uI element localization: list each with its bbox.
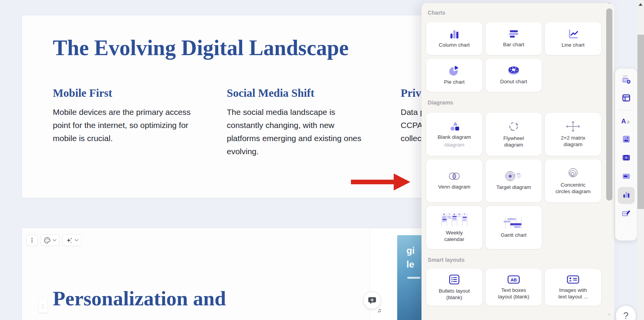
insert-option-text-boxes-layout-blank[interactable]: ABText boxes layout (blank) [486,269,542,306]
svg-text:W: W [453,213,455,215]
panel-scroll-up[interactable]: ⌃ [606,2,612,7]
column-body: Mobile devices are the primary accesspoi… [53,106,212,145]
svg-text:X%: X% [517,173,521,175]
bullets-layout-icon [448,274,460,285]
card-label: 2×2 matrix diagram [561,135,585,148]
column-heading: Mobile First [53,87,212,99]
text-button[interactable]: Aa [618,113,635,130]
chart-button[interactable] [618,187,635,204]
panel-scrollbar-thumb[interactable] [606,8,612,200]
insert-option-column-chart[interactable]: Column chart [426,22,482,55]
card-label: Gantt chart [501,232,527,239]
image-text-fragment: le [397,258,424,271]
block-menu-button[interactable] [26,234,38,246]
insert-toolbar: Aa [615,69,637,241]
image-button[interactable] [618,131,635,148]
panel-card-grid: Blank diagram/diagramFlywheel diagram2×2… [426,113,601,249]
draw-icon [621,209,631,219]
panel-card-grid: Bullets layout (blank)ABText boxes layou… [426,269,601,306]
card-label: Bar chart [503,42,524,48]
images-text-layout-icon [566,275,580,285]
red-arrow-annotation [350,173,411,192]
doc-column: Mobile FirstMobile devices are the prima… [53,87,212,145]
window-scrollbar[interactable] [637,0,644,320]
add-card-button[interactable] [618,72,635,89]
svg-text:M: M [443,213,445,215]
window-scrollbar-thumb[interactable] [637,35,644,209]
doc-column: Social Media ShiftThe social media lands… [227,87,386,158]
palette-icon [44,237,51,244]
draw-button[interactable] [618,205,635,222]
landscape-image: gile [397,235,424,320]
card-label: Concentric circles diagram [556,182,591,195]
block-toolbar [26,234,82,246]
card-sublabel: /diagram [444,142,465,148]
help-button[interactable]: ? [616,306,636,320]
insert-option-bullets-layout-blank[interactable]: Bullets layout (blank) [426,269,482,306]
column-heading: Social Media Shift [227,87,386,99]
video-button[interactable] [618,150,635,167]
chevron-down-icon [52,239,57,242]
embed-icon [622,172,631,182]
image-caption-fragment [407,277,420,279]
insert-panel: ChartsColumn chartBar chartLine chartPie… [421,3,614,320]
card-label: Target diagram [496,184,531,191]
column-body: The social media landscape isconstantly … [227,106,386,158]
panel-section-header: Smart layouts [428,257,465,263]
insert-option-gantt-chart[interactable]: Gantt chart [486,206,542,249]
panel-section-header: Charts [428,10,445,16]
add-comment-button[interactable] [363,291,381,309]
target-diagram-icon: X% [505,171,523,182]
text-style-icon: Aa [620,116,632,127]
insert-option-bar-chart[interactable]: Bar chart [486,22,542,55]
insert-option-line-chart[interactable]: Line chart [545,22,601,55]
text-boxes-layout-icon: AB [507,275,521,285]
blank-diagram-icon [448,121,460,131]
drag-handle[interactable]: ⋮ [39,300,47,313]
insert-option-blank-diagram[interactable]: Blank diagram/diagram [426,113,482,156]
insert-option-concentric-circles-diagram[interactable]: Concentric circles diagram [545,159,601,202]
svg-text:Th: Th [458,213,460,215]
card-label: Venn diagram [438,184,470,190]
help-label: ? [623,310,628,320]
svg-text:AB: AB [511,277,517,282]
embed-button[interactable] [618,168,635,185]
concentric-circles-icon [567,167,579,179]
ai-edit-button[interactable] [62,234,82,246]
music-note-icon: ♫ [377,307,381,313]
document-card-1[interactable]: The Evolving Digital Landscape Mobile Fi… [22,15,424,198]
venn-diagram-icon [447,171,461,181]
page-title: The Evolving Digital Landscape [53,35,349,60]
image-icon [622,135,631,145]
insert-option-flywheel-diagram[interactable]: Flywheel diagram [486,113,542,156]
pie-chart-icon [448,65,460,76]
insert-option-weekly-calendar[interactable]: MTWThF Weekly calendar [426,206,482,249]
sparkles-icon [66,237,73,244]
panel-card-grid: Column chartBar chartLine chartPie chart… [426,22,601,92]
panel-scroll-down[interactable]: ⌄ [606,311,612,316]
card-label: Weekly calendar [444,230,464,243]
chevron-down-icon [74,239,79,242]
gantt-chart-icon [502,216,526,229]
document-card-2[interactable]: ⋮ Personalization and [22,228,424,320]
svg-text:A: A [621,118,626,125]
insert-option-venn-diagram[interactable]: Venn diagram [426,159,482,202]
card-label: Line chart [561,42,584,49]
svg-text:a: a [627,119,630,125]
insert-option-2-2-matrix-diagram[interactable]: 2×2 matrix diagram [545,113,601,156]
theme-color-button[interactable] [40,234,60,246]
card-label: Bullets layout (blank) [439,288,470,301]
insert-option-target-diagram[interactable]: X%Target diagram [486,159,542,202]
image-text-fragment: gi [397,244,424,258]
scroll-up-arrow[interactable] [639,3,642,6]
bar-chart-icon [507,29,520,39]
kebab-menu-icon [29,237,35,243]
chart-column-icon [622,190,631,201]
insert-option-donut-chart[interactable]: Donut chart [486,59,542,92]
card-label: Text boxes layout (blank) [498,287,529,300]
insert-option-images-with-text-layout[interactable]: Images with text layout ... [545,269,601,306]
card-templates-button[interactable] [618,90,635,107]
insert-option-pie-chart[interactable]: Pie chart [426,59,482,92]
panel-section-header: Diagrams [428,99,453,106]
section-heading: Personalization and [53,287,226,310]
